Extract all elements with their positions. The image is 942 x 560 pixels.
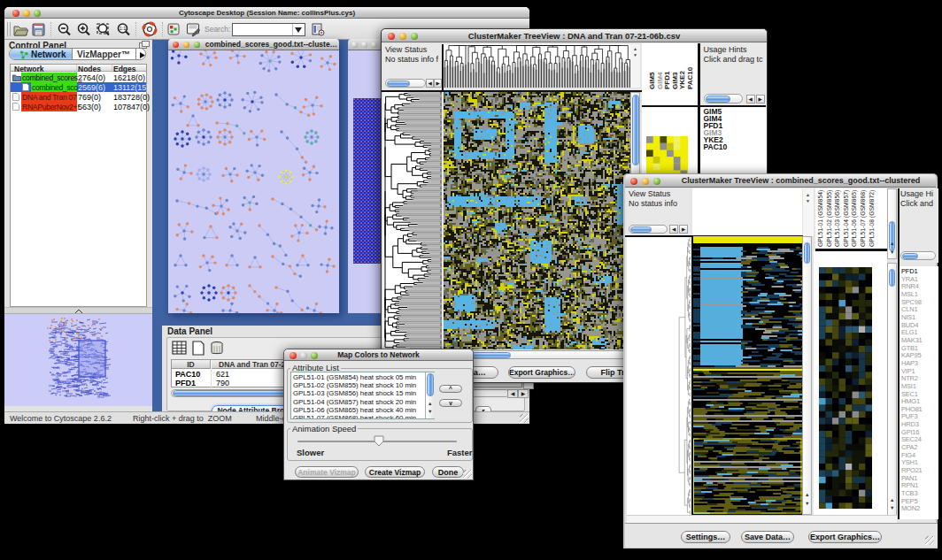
svg-text:1:1: 1:1 xyxy=(120,26,127,31)
